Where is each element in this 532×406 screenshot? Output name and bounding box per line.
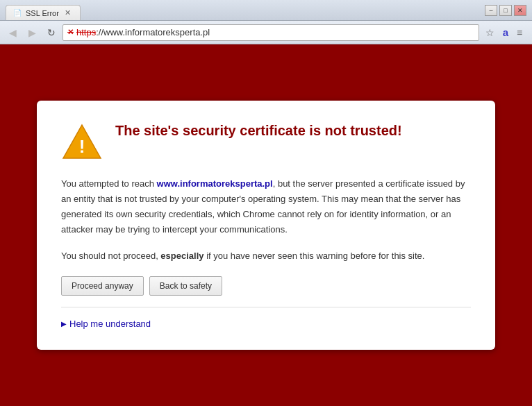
tab-favicon: 📄 bbox=[13, 9, 22, 17]
warning-suffix: if you have never seen this warning befo… bbox=[204, 251, 425, 261]
warning-triangle-icon: ! bbox=[61, 123, 103, 160]
browser-content: ! The site's security certificate is not… bbox=[0, 44, 532, 406]
warning-especially: especially bbox=[160, 251, 203, 261]
active-tab[interactable]: 📄 SSL Error ✕ bbox=[6, 5, 81, 20]
warning-prefix: You should not proceed, bbox=[61, 251, 160, 261]
minimize-button[interactable]: – bbox=[485, 5, 497, 16]
window-controls: – □ ✕ bbox=[485, 5, 526, 16]
browser-toolbar: ◀ ▶ ↻ ✕ https://www.informatoreksperta.p… bbox=[0, 21, 532, 44]
error-domain: www.informatoreksperta.pl bbox=[157, 178, 273, 189]
bookmark-star-icon[interactable]: ☆ bbox=[482, 24, 499, 41]
back-to-safety-button[interactable]: Back to safety bbox=[149, 276, 222, 296]
tab-title: SSL Error bbox=[26, 9, 59, 17]
tab-close-button[interactable]: ✕ bbox=[63, 8, 73, 18]
toolbar-right: ☆ a ≡ bbox=[482, 24, 528, 41]
forward-button[interactable]: ▶ bbox=[24, 24, 40, 41]
refresh-button[interactable]: ↻ bbox=[43, 24, 60, 41]
maximize-button[interactable]: □ bbox=[499, 5, 512, 16]
address-text: https://www.informatoreksperta.pl bbox=[76, 27, 474, 37]
action-buttons: Proceed anyway Back to safety bbox=[61, 276, 471, 307]
warning-icon-container: ! bbox=[61, 123, 103, 162]
https-strikethrough: https bbox=[76, 27, 96, 37]
chrome-menu-icon[interactable]: ≡ bbox=[511, 24, 528, 41]
back-button[interactable]: ◀ bbox=[4, 24, 21, 41]
help-me-understand-link[interactable]: ▶ Help me understand bbox=[61, 319, 471, 329]
error-body-1-prefix: You attempted to reach bbox=[61, 178, 157, 189]
chrome-window: 📄 SSL Error ✕ – □ ✕ ◀ ▶ ↻ ✕ https://www.… bbox=[0, 0, 532, 406]
error-header: ! The site's security certificate is not… bbox=[61, 121, 471, 162]
proceed-anyway-button[interactable]: Proceed anyway bbox=[61, 276, 144, 296]
svg-text:!: ! bbox=[79, 136, 85, 157]
error-title: The site's security certificate is not t… bbox=[115, 121, 402, 139]
error-body-2: You should not proceed, especially if yo… bbox=[61, 248, 471, 264]
chevron-right-icon: ▶ bbox=[61, 320, 67, 328]
ssl-error-card: ! The site's security certificate is not… bbox=[37, 101, 495, 350]
ssl-error-icon: ✕ bbox=[67, 28, 74, 37]
address-bar[interactable]: ✕ https://www.informatoreksperta.pl bbox=[63, 24, 479, 41]
close-button[interactable]: ✕ bbox=[514, 5, 526, 16]
help-link-label: Help me understand bbox=[69, 319, 151, 329]
error-body-1: You attempted to reach www.informatoreks… bbox=[61, 176, 471, 237]
title-bar: 📄 SSL Error ✕ – □ ✕ bbox=[0, 0, 532, 21]
chrome-account-icon[interactable]: a bbox=[503, 26, 508, 38]
tab-bar: 📄 SSL Error ✕ bbox=[6, 0, 485, 20]
url-domain: www.informatoreksperta.pl bbox=[103, 27, 210, 37]
